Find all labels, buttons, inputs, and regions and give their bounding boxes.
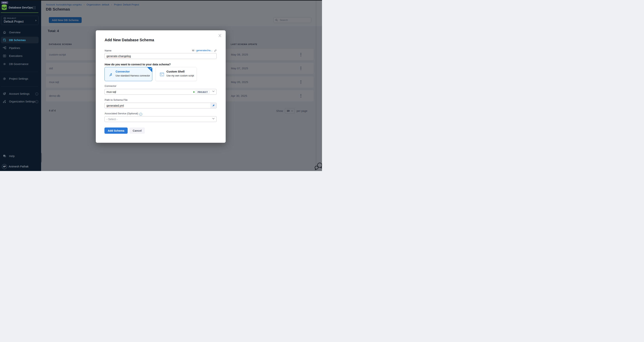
info-icon[interactable]: i xyxy=(35,100,38,103)
sidebar-item-project-settings[interactable]: Project Settings xyxy=(1,75,39,82)
id-prefix: Id : xyxy=(192,49,196,52)
layers-gear-icon xyxy=(3,92,6,95)
entity-id: Id : generatecha... xyxy=(96,49,216,52)
info-icon[interactable]: i xyxy=(139,113,142,116)
sidebar-item-db-schemas[interactable]: DB Schemas xyxy=(1,37,39,43)
add-schema-button[interactable]: Add Schema xyxy=(104,127,128,134)
cancel-button[interactable]: Cancel xyxy=(130,127,145,134)
project-label: PROJECT xyxy=(7,17,16,19)
pipelines-icon xyxy=(3,46,6,50)
path-label: Path to Schema File xyxy=(105,98,128,101)
brand-divider xyxy=(1,12,38,13)
option-desc: Use standard Harness connector xyxy=(116,74,150,77)
chevron-right-icon: › xyxy=(36,19,36,22)
sidebar-divider xyxy=(1,72,38,72)
edit-pencil-icon[interactable] xyxy=(214,49,216,52)
sidebar-item-db-governance[interactable]: DB Governance xyxy=(1,61,39,67)
sidebar-item-executions[interactable]: Executions xyxy=(1,52,39,59)
avatar[interactable]: AP xyxy=(2,164,7,169)
service-label-text: Associated Service (Optional) xyxy=(105,112,138,115)
sidebar-item-label: Help xyxy=(9,155,15,158)
executions-icon xyxy=(3,54,6,58)
chevron-down-icon xyxy=(212,118,214,119)
app-grid-icon[interactable] xyxy=(32,6,36,9)
chevron-down-icon xyxy=(212,91,214,92)
sidebar-item-pipelines[interactable]: Pipelines xyxy=(1,45,39,51)
sidebar-item-label: Organization Settings xyxy=(9,100,35,103)
sidebar-item-label: DB Schemas xyxy=(9,39,26,42)
service-placeholder: - Select - xyxy=(106,118,118,121)
path-field-value: generated.yml xyxy=(106,104,124,107)
scope-badge: PROJECT xyxy=(196,90,210,94)
db-schema-icon xyxy=(3,38,6,42)
sidebar-item-account-settings[interactable]: Account Settings i xyxy=(1,90,39,97)
service-select[interactable]: - Select - xyxy=(104,116,216,122)
option-card-connector[interactable]: Connector Use standard Harness connector xyxy=(104,67,152,81)
new-badge: NEW xyxy=(1,1,8,4)
user-name[interactable]: Animesh Pathak xyxy=(9,165,29,168)
sidebar-item-label: Pipelines xyxy=(9,46,20,49)
modal-title: Add New Database Schema xyxy=(105,38,154,42)
database-devops-logo-icon xyxy=(1,4,7,11)
selected-check-icon xyxy=(147,67,152,72)
sidebar: NEW Database DevOps PROJECT Default Proj… xyxy=(0,0,41,171)
sidebar-item-help[interactable]: ? Help xyxy=(1,153,39,159)
svg-text:?: ? xyxy=(4,155,4,156)
sidebar-item-label: Project Settings xyxy=(9,77,28,80)
sidebar-item-label: DB Governance xyxy=(9,62,28,65)
sidebar-item-label: Overview xyxy=(9,31,20,34)
info-icon[interactable]: i xyxy=(35,92,38,95)
option-title: Custom Shell xyxy=(166,70,184,73)
sidebar-item-label: Executions xyxy=(9,54,22,57)
project-name: Default Project xyxy=(4,20,24,23)
id-value-link[interactable]: generatecha... xyxy=(196,49,212,52)
org-gear-icon xyxy=(3,100,6,103)
option-title: Connector xyxy=(116,70,130,73)
help-chat-icon: ? xyxy=(3,154,6,158)
sidebar-divider xyxy=(1,87,38,87)
gear-icon xyxy=(3,77,6,80)
status-dot xyxy=(193,91,194,93)
service-label: Associated Service (Optional)i xyxy=(105,112,142,116)
sidebar-item-label: Account Settings xyxy=(9,92,30,95)
name-field-value: generate-changelog xyxy=(106,55,131,58)
project-selector[interactable]: PROJECT Default Project › xyxy=(1,16,38,25)
connector-value: mux-sql xyxy=(106,90,116,93)
close-icon[interactable] xyxy=(218,34,222,38)
avatar-initials: AP xyxy=(3,166,6,168)
add-schema-modal: Add New Database Schema Name Id : genera… xyxy=(96,30,226,143)
connector-scope: PROJECT xyxy=(193,89,214,95)
option-card-custom-shell[interactable]: Custom Shell Use my own custom script xyxy=(155,67,197,81)
connect-question: How do you want to connect to your data … xyxy=(105,63,170,66)
app-title: Database DevOps xyxy=(9,6,33,9)
home-icon xyxy=(3,31,6,34)
name-field[interactable]: generate-changelog xyxy=(104,53,216,59)
window-top-edge xyxy=(0,0,322,0)
sidebar-item-overview[interactable]: Overview xyxy=(1,29,39,35)
option-desc: Use my own custom script xyxy=(166,74,194,77)
connector-select[interactable]: mux-sql PROJECT xyxy=(104,89,216,95)
sidebar-item-organization-settings[interactable]: Organization Settings i xyxy=(1,98,39,105)
terminal-icon xyxy=(160,72,164,77)
connector-label: Connector xyxy=(105,84,116,87)
connector-branch-icon xyxy=(109,72,113,77)
path-field[interactable]: generated.yml xyxy=(104,103,216,108)
governance-gear-icon xyxy=(3,62,6,66)
pin-icon[interactable] xyxy=(210,103,216,108)
